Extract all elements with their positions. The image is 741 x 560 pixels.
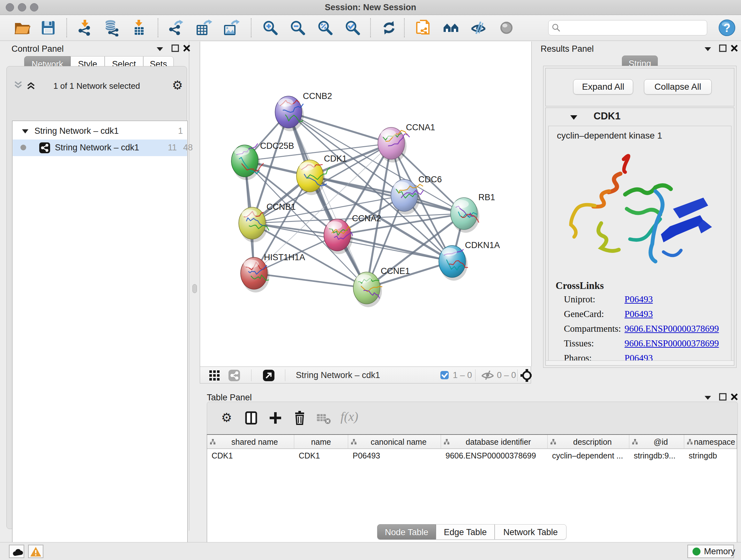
- node-label: CDC6: [418, 175, 442, 184]
- expand-all-button[interactable]: Expand All: [573, 79, 633, 95]
- open-session-icon[interactable]: [13, 19, 30, 37]
- crosslink-link[interactable]: 9606.ENSP00000378699: [624, 338, 719, 349]
- entry-expander-icon[interactable]: [569, 114, 578, 121]
- left-splitter-handle[interactable]: [192, 284, 197, 293]
- import-network-database-icon[interactable]: [104, 19, 121, 37]
- table-cell[interactable]: P06493: [353, 449, 441, 462]
- zoom-out-icon[interactable]: [289, 19, 307, 37]
- column-label: canonical name: [348, 435, 441, 449]
- zoom-selected-icon[interactable]: [344, 19, 361, 37]
- network-graph[interactable]: CCNB2CCNA1CDC25BCDK1CDC6RB1CCNB1CCNA2CDK…: [200, 42, 531, 367]
- column-header-database-identifier[interactable]: database identifier: [441, 435, 548, 449]
- table-cell[interactable]: CDK1: [299, 449, 347, 462]
- collection-expander-icon: [21, 128, 29, 135]
- search-input[interactable]: [562, 22, 704, 34]
- column-header-@id[interactable]: @id: [629, 435, 684, 449]
- import-network-file-icon[interactable]: [77, 19, 94, 37]
- toolbar-separator: [475, 369, 475, 381]
- table-cell[interactable]: 9606.ENSP00000378699: [446, 449, 547, 462]
- column-label: @id: [629, 435, 684, 449]
- network-node-CDC25B[interactable]: CDC25B: [231, 141, 294, 180]
- float-panel-icon[interactable]: [719, 44, 727, 54]
- tab-edge-table[interactable]: Edge Table: [436, 524, 495, 540]
- tab-node-table[interactable]: Node Table: [377, 524, 436, 540]
- column-header-description[interactable]: description: [548, 435, 629, 449]
- entry-gene-name: CDK1: [594, 111, 620, 122]
- zoom-in-icon[interactable]: [262, 19, 279, 37]
- collapse-panel-icon[interactable]: [704, 394, 712, 402]
- close-panel-icon[interactable]: [730, 393, 738, 402]
- toolbar-separator: [370, 18, 371, 37]
- crosslink-link[interactable]: P06493: [624, 309, 653, 319]
- tab-network-table[interactable]: Network Table: [495, 524, 566, 540]
- table-cell[interactable]: CDK1: [212, 449, 293, 462]
- control-panel-title: Control Panel: [11, 44, 64, 54]
- node-label: CCNE1: [381, 266, 410, 276]
- table-cell[interactable]: stringdb:9...: [634, 449, 684, 462]
- zoom-fit-icon[interactable]: [317, 19, 334, 37]
- main-toolbar: ?: [0, 15, 741, 41]
- string-import-icon[interactable]: [415, 19, 432, 37]
- results-scrollbar[interactable]: [546, 361, 734, 365]
- column-label: description: [548, 435, 629, 449]
- column-header-namespace[interactable]: namespace: [684, 435, 737, 449]
- export-network-icon[interactable]: [168, 19, 185, 37]
- table-cell[interactable]: stringdb: [689, 449, 736, 462]
- collapse-panel-icon[interactable]: [704, 45, 712, 54]
- help-button[interactable]: ?: [718, 19, 736, 38]
- warning-button[interactable]: [28, 545, 44, 558]
- grid-view-icon[interactable]: [209, 370, 220, 382]
- column-header-shared-name[interactable]: shared name: [207, 435, 294, 449]
- column-header-canonical-name[interactable]: canonical name: [348, 435, 441, 449]
- network-edge[interactable]: [288, 112, 391, 143]
- crosslink-link[interactable]: P06493: [624, 294, 653, 305]
- current-network-name: String Network – cdk1: [296, 370, 380, 380]
- network-node-CDC6[interactable]: CDC6: [391, 175, 442, 214]
- table-panel: Table Panel ⚙ f(x) shared namenamecanoni…: [200, 384, 741, 535]
- float-panel-icon[interactable]: [171, 44, 179, 54]
- node-label: HIST1H1A: [264, 253, 305, 262]
- network-share-view-icon[interactable]: [228, 369, 240, 383]
- network-collection-row[interactable]: String Network – cdk1 1: [13, 123, 187, 139]
- collapse-all-button[interactable]: Collapse All: [644, 79, 712, 95]
- memory-button[interactable]: Memory: [687, 545, 734, 558]
- column-header-name[interactable]: name: [294, 435, 348, 449]
- network-node-RB1[interactable]: RB1: [451, 192, 495, 233]
- export-image-icon[interactable]: [223, 19, 240, 37]
- cloud-button[interactable]: [9, 545, 24, 558]
- refresh-icon[interactable]: [381, 19, 398, 37]
- network-view[interactable]: CCNB2CCNA1CDC25BCDK1CDC6RB1CCNB1CCNA2CDK…: [200, 42, 532, 367]
- selected-checkbox-icon[interactable]: [440, 371, 449, 381]
- detach-view-icon[interactable]: [263, 369, 275, 383]
- collapse-panel-icon[interactable]: [156, 45, 164, 54]
- network-row[interactable]: String Network – cdk1 11 48: [13, 139, 187, 156]
- center-view-icon[interactable]: [521, 369, 533, 383]
- crosslink-label: Compartments:: [564, 323, 621, 334]
- network-node-HIST1H1A[interactable]: HIST1H1A: [241, 253, 305, 293]
- table-cell[interactable]: cyclin–dependent ...: [552, 449, 629, 462]
- close-panel-icon[interactable]: [730, 44, 738, 54]
- float-panel-icon[interactable]: [719, 393, 727, 402]
- memory-status-icon: [692, 548, 700, 556]
- import-table-file-icon[interactable]: [130, 19, 147, 37]
- node-table[interactable]: shared namenamecanonical namedatabase id…: [207, 434, 737, 560]
- create-column-icon[interactable]: [268, 411, 282, 426]
- network-edge[interactable]: [254, 273, 367, 288]
- entry-description: cyclin–dependent kinase 1: [557, 131, 662, 141]
- delete-column-icon[interactable]: [293, 410, 307, 426]
- export-table-icon[interactable]: [195, 19, 212, 37]
- crosslink-link[interactable]: 9606.ENSP00000378699: [624, 323, 719, 334]
- node-label: RB1: [478, 192, 495, 202]
- show-all-graphics-icon[interactable]: [498, 19, 515, 37]
- save-session-icon[interactable]: [40, 19, 57, 37]
- network-node-count: 11: [168, 143, 177, 152]
- show-columns-icon[interactable]: [244, 411, 258, 426]
- string-protein-query-icon[interactable]: [442, 19, 460, 37]
- network-node-CCNE1[interactable]: CCNE1: [353, 266, 410, 307]
- network-node-CDKN1A[interactable]: CDKN1A: [439, 240, 500, 281]
- network-options-gear-icon[interactable]: ⚙: [172, 79, 183, 91]
- network-node-CCNA1[interactable]: CCNA1: [378, 123, 435, 163]
- hide-selected-icon[interactable]: [470, 19, 487, 37]
- close-panel-icon[interactable]: [183, 44, 191, 54]
- table-options-gear-icon[interactable]: ⚙: [221, 412, 232, 424]
